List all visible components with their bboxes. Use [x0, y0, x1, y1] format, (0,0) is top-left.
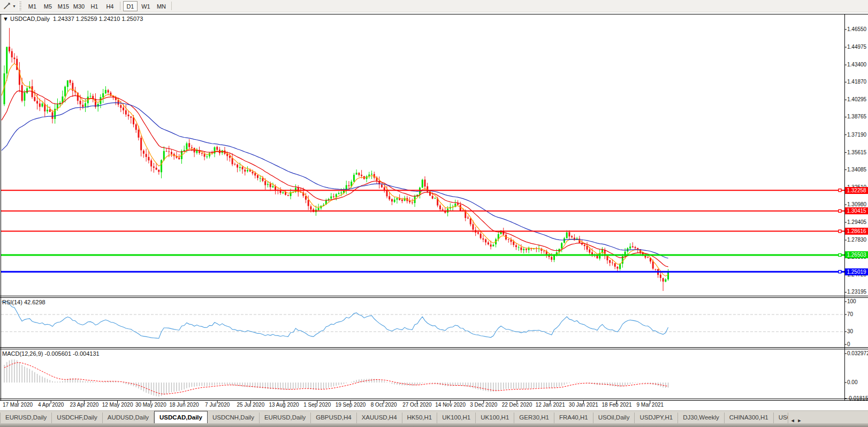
chart-ohlc-values: 1.24337 1.25259 1.24210 1.25073 — [53, 16, 143, 22]
price-axis-tick: 1.35615 — [847, 149, 866, 155]
level-line-handle[interactable] — [839, 230, 841, 233]
tab-AUDUSD-Daily[interactable]: AUDUSD,Daily — [103, 413, 154, 423]
price-axis-tick: 1.41870 — [847, 79, 866, 85]
tab-USDJPY-H1[interactable]: USDJPY,H1 — [635, 413, 678, 423]
tab-UK100-H1[interactable]: UK100,H1 — [476, 413, 514, 423]
level-price-badge: 1.32258 — [845, 187, 868, 194]
date-axis-label: 13 Aug 2020 — [265, 402, 303, 408]
symbol-tabbar: EURUSD,DailyUSDCHF,DailyAUDUSD,DailyUSDC… — [0, 410, 868, 423]
macd-pane[interactable] — [4, 359, 668, 396]
rsi-axis-tick: 0 — [847, 341, 850, 347]
level-price-badge: 1.30415 — [845, 207, 868, 214]
macd-axis-tick: 0.00 — [847, 379, 857, 385]
price-axis-tick: 1.29405 — [847, 219, 866, 225]
date-axis-label: 19 Sep 2020 — [331, 402, 370, 408]
date-axis-label: 18 Jun 2020 — [165, 402, 203, 408]
price-axis-tick: 1.37190 — [847, 132, 866, 138]
macd-axis-tick: -0.018154 — [847, 395, 868, 401]
price-axis-tick: 1.27830 — [847, 237, 866, 243]
price-axis-tick: 1.38765 — [847, 114, 866, 119]
level-line-handle[interactable] — [839, 189, 841, 192]
tab-EURUSD-Daily[interactable]: EURUSD,Daily — [0, 413, 52, 423]
price-axis-tick: 1.43400 — [847, 62, 866, 68]
date-axis-label: 25 Jul 2020 — [231, 402, 270, 408]
price-axis-tick: 1.34085 — [847, 167, 866, 173]
price-axis-tick: 1.44975 — [847, 44, 866, 50]
date-axis-label: 14 Nov 2020 — [431, 402, 470, 408]
price-axis-tick: 1.23195 — [847, 289, 866, 295]
status-strip — [0, 423, 868, 427]
macd-axis-tick: 0.032972 — [847, 350, 868, 356]
moving-average-line — [2, 103, 668, 258]
date-axis-label: 1 Sep 2020 — [298, 402, 337, 408]
rsi-pane[interactable] — [1, 302, 844, 338]
tab-UK100-H1[interactable]: UK100,H1 — [437, 413, 476, 423]
tab-GER30-H1[interactable]: GER30,H1 — [514, 413, 554, 423]
rsi-axis-tick: 30 — [847, 328, 853, 334]
date-axis-label: 30 Jan 2021 — [564, 402, 603, 408]
date-axis-label: 4 Apr 2020 — [32, 402, 70, 408]
date-axis-label: 18 Feb 2021 — [598, 402, 636, 408]
price-chart-canvas[interactable] — [0, 14, 868, 410]
rsi-indicator-label: RSI(14) 42.6298 — [2, 299, 45, 305]
date-axis-label: 9 Mar 2021 — [631, 402, 669, 408]
tab-scroll-left-icon[interactable]: ◄ — [790, 418, 795, 423]
level-price-badge: 1.28616 — [845, 228, 868, 235]
moving-average-line — [2, 64, 668, 276]
price-axis-tick: 1.40295 — [847, 96, 866, 102]
date-axis-label: 12 Jan 2021 — [531, 402, 569, 408]
chart-title: ▼ USDCAD,Daily 1.24337 1.25259 1.24210 1… — [3, 16, 143, 22]
chart-window[interactable]: ▼ USDCAD,Daily 1.24337 1.25259 1.24210 1… — [0, 0, 868, 410]
date-axis-label: 30 May 2020 — [132, 402, 170, 408]
chart-symbol-label: ▼ USDCAD,Daily — [3, 16, 50, 22]
tab-CHINA300-H1[interactable]: CHINA300,H1 — [725, 413, 774, 423]
tab-GBPUSD-H4[interactable]: GBPUSD,H4 — [311, 413, 356, 423]
tab-XAUUSD-H4[interactable]: XAUUSD,H4 — [357, 413, 402, 423]
tab-scroll-right-icon[interactable]: ► — [797, 418, 802, 423]
level-line-handle[interactable] — [839, 271, 841, 273]
date-axis-label: 3 Dec 2020 — [465, 402, 503, 408]
rsi-line — [2, 302, 668, 338]
tab-USDCNH-Daily[interactable]: USDCNH,Daily — [208, 413, 260, 423]
macd-signal-line — [4, 363, 668, 394]
date-axis-label: 23 Apr 2020 — [65, 402, 103, 408]
price-axis-tick: 1.30980 — [847, 201, 866, 207]
tab-EURUSD-Daily[interactable]: EURUSD,Daily — [260, 413, 311, 423]
rsi-axis-tick: 100 — [847, 298, 856, 304]
tab-USDCHF-Daily[interactable]: USDCHF,Daily — [52, 413, 102, 423]
macd-indicator-label: MACD(12,26,9) -0.005601 -0.004131 — [2, 350, 100, 357]
date-axis-label: 27 Oct 2020 — [398, 402, 436, 408]
level-line-handle[interactable] — [839, 209, 841, 212]
level-line-handle[interactable] — [839, 253, 841, 256]
tab-USOil-H1[interactable]: USOil,H1 — [774, 413, 788, 423]
tab-FRA40-H1[interactable]: FRA40,H1 — [554, 413, 593, 423]
tab-USDCAD-Daily[interactable]: USDCAD,Daily — [154, 411, 208, 423]
date-axis-label: 8 Oct 2020 — [364, 402, 403, 408]
price-pane[interactable] — [2, 28, 669, 291]
date-axis-label: 7 Jul 2020 — [198, 402, 237, 408]
date-axis-label: 22 Dec 2020 — [498, 402, 536, 408]
date-axis-label: 12 May 2020 — [98, 402, 137, 408]
tab-HK50-H1[interactable]: HK50,H1 — [402, 413, 438, 423]
tab-USOil-Daily[interactable]: USOil,Daily — [593, 413, 635, 423]
level-price-badge: 1.25019 — [845, 268, 868, 275]
level-price-badge: 1.26503 — [845, 251, 868, 258]
rsi-axis-tick: 70 — [847, 311, 853, 317]
tab-DJ30-Weekly[interactable]: DJ30,Weekly — [678, 413, 725, 423]
price-axis-tick: 1.46550 — [847, 26, 866, 32]
